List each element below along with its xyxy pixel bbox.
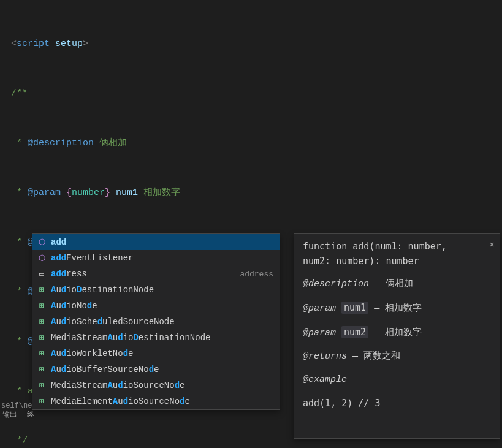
autocomplete-label: MediaElementAudioSourceNode [51, 397, 190, 406]
docs-example-tag: @example [303, 373, 491, 387]
iface-icon: ⊞ [36, 317, 47, 327]
autocomplete-label: AudioDestinationNode [51, 285, 154, 295]
autocomplete-item[interactable]: ⊞AudioWorkletNode [32, 346, 280, 362]
iface-icon: ⊞ [36, 285, 47, 295]
terminal-tab[interactable]: 终 [27, 409, 34, 421]
func-icon: ⬡ [36, 253, 47, 263]
close-icon[interactable]: × [490, 238, 495, 252]
code-line[interactable]: * @description 俩相加 [11, 135, 491, 151]
autocomplete-item[interactable]: ▭addressaddress [32, 266, 280, 282]
iface-icon: ⊞ [36, 397, 47, 406]
autocomplete-label: AudioNode [51, 301, 97, 311]
autocomplete-hint: address [240, 270, 276, 279]
autocomplete-label: MediaStreamAudioSourceNode [51, 381, 184, 390]
docs-example-code: add(1, 2) // 3 [303, 396, 491, 411]
autocomplete-item[interactable]: ⊞MediaElementAudioSourceNode [32, 393, 280, 409]
iface-icon: ⊞ [36, 381, 47, 390]
autocomplete-item[interactable]: ⊞AudioNode [32, 298, 280, 314]
iface-icon: ⊞ [36, 333, 47, 343]
autocomplete-item[interactable]: ⊞MediaStreamAudioDestinationNode [32, 330, 280, 346]
autocomplete-label: AudioBufferSourceNode [51, 365, 159, 374]
autocomplete-label: AudioWorkletNode [51, 349, 133, 359]
autocomplete-item[interactable]: ⬡addEventListener [32, 250, 280, 266]
autocomplete-label: addEventListener [51, 253, 133, 263]
output-tabs[interactable]: 输出 终 [0, 409, 34, 421]
docs-returns: @returns — 两数之和 [303, 349, 491, 364]
iface-icon: ⊞ [36, 301, 47, 311]
autocomplete-label: MediaStreamAudioDestinationNode [51, 333, 210, 343]
autocomplete-item[interactable]: ⊞AudioDestinationNode [32, 282, 280, 298]
autocomplete-item[interactable]: ⊞AudioScheduledSourceNode [32, 314, 280, 330]
signature: function add(num1: number, num2: number)… [303, 239, 491, 268]
autocomplete-item[interactable]: ⬡add [32, 234, 280, 250]
autocomplete-item[interactable]: ⊞MediaStreamAudioSourceNode [32, 378, 280, 393]
docs-param: @param num1 — 相加数字 [303, 300, 491, 316]
autocomplete-item[interactable]: ⊞AudioBufferSourceNode [32, 362, 280, 378]
func-icon: ⬡ [36, 237, 47, 247]
path-crumb: self\net [0, 401, 37, 410]
iface-icon: ⊞ [36, 365, 47, 374]
docs-param: @param num2 — 相加数字 [303, 325, 491, 341]
docs-description: @description — 俩相加 [303, 277, 491, 292]
snip-icon: ▭ [36, 269, 47, 279]
code-line[interactable]: /** [11, 85, 491, 102]
iface-icon: ⊞ [36, 349, 47, 359]
autocomplete-label: address [51, 269, 87, 279]
code-line[interactable]: <script setup> [11, 36, 491, 52]
docs-tooltip: × function add(num1: number, num2: numbe… [294, 233, 500, 439]
code-line[interactable]: * @param {number} num1 相加数字 [11, 184, 491, 201]
autocomplete-list[interactable]: ⬡add⬡addEventListener▭addressaddress⊞Aud… [32, 233, 280, 410]
output-tab[interactable]: 输出 [2, 409, 17, 421]
autocomplete-label: add [51, 237, 66, 247]
autocomplete-label: AudioScheduledSourceNode [51, 317, 175, 327]
